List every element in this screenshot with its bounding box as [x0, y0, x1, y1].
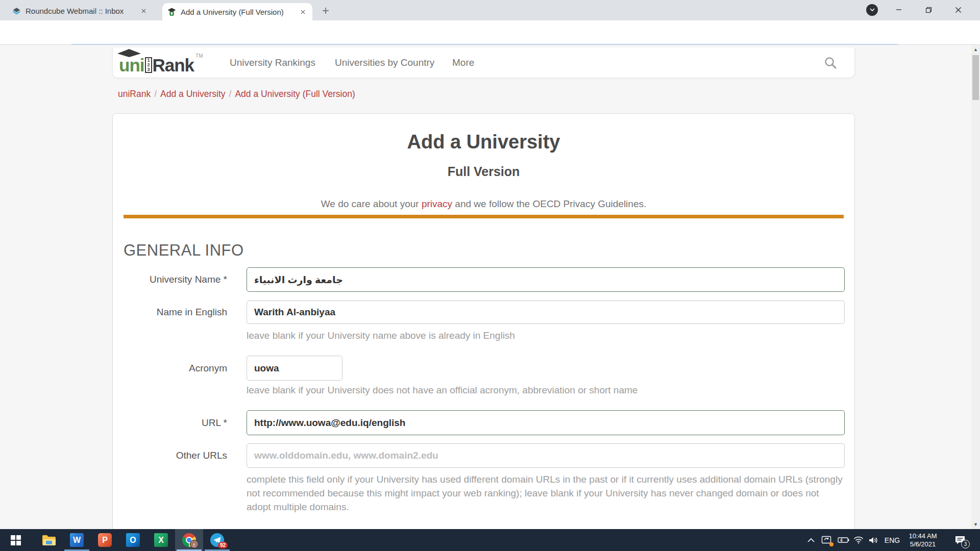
name-english-help: leave blank if your University name abov…	[247, 330, 515, 341]
start-button[interactable]	[2, 529, 30, 551]
tab-close-icon[interactable]	[298, 7, 307, 16]
university-name-input[interactable]	[247, 267, 845, 292]
nav-universities-by-country[interactable]: Universities by Country	[335, 47, 434, 78]
roundcube-favicon	[12, 7, 21, 15]
logo-tm: TM	[195, 53, 203, 59]
url-label: URL *	[113, 410, 227, 435]
tray-clock[interactable]: 10:44 AM 5/6/2021	[903, 529, 942, 551]
action-center-icon[interactable]: 3	[947, 529, 973, 551]
other-urls-help: complete this field only if your Univers…	[247, 472, 843, 514]
orange-divider	[124, 215, 844, 218]
tray-time: 10:44 AM	[909, 532, 937, 540]
screen: Roundcube Webmail :: Inbox Add a Univers…	[0, 0, 980, 551]
window-minimize-button[interactable]	[886, 0, 912, 19]
url-input[interactable]	[247, 410, 845, 435]
logo-uni-text: uni	[119, 51, 144, 76]
outlook-icon[interactable]: O	[119, 529, 147, 551]
scrollbar-thumb[interactable]	[972, 55, 979, 100]
site-search-icon[interactable]	[824, 56, 837, 69]
page-title: Add a University	[113, 131, 854, 153]
breadcrumb-separator: /	[154, 89, 157, 99]
logo-123-block: 123	[145, 57, 152, 73]
university-name-label: University Name *	[113, 267, 227, 292]
tray-show-hidden-icons[interactable]	[803, 529, 819, 551]
tray-wifi-icon[interactable]	[851, 529, 866, 551]
browser-toolbar: 4icu.org/about/add2.htm غ	[0, 20, 980, 45]
page-subtitle: Full Version	[113, 164, 854, 179]
acronym-help: leave blank if your University does not …	[247, 385, 638, 396]
breadcrumb-separator: /	[229, 89, 232, 99]
chrome-icon[interactable]: غ	[175, 529, 203, 551]
page-scrollbar[interactable]: ▲ ▼	[971, 45, 980, 529]
tab-title: Roundcube Webmail :: Inbox	[26, 7, 134, 15]
name-english-input[interactable]	[247, 300, 845, 324]
powerpoint-letter: P	[102, 536, 108, 545]
outlook-letter: O	[130, 536, 136, 545]
other-urls-label: Other URLs	[113, 443, 227, 468]
tab-search-button[interactable]	[866, 4, 878, 16]
page-viewport: uni 123 Rank TM University Rankings Univ…	[0, 45, 980, 529]
tray-language[interactable]: ENG	[882, 529, 902, 551]
tab-close-icon[interactable]	[139, 7, 148, 16]
notification-count-badge: 3	[961, 540, 970, 548]
form-card: Add a University Full Version We do care…	[112, 113, 855, 529]
excel-icon[interactable]: X	[147, 529, 175, 551]
telegram-icon[interactable]: 92	[203, 529, 231, 551]
tray-notification-dot	[829, 542, 834, 546]
unirank-logo[interactable]: uni 123 Rank TM	[119, 52, 203, 74]
acronym-input[interactable]	[247, 356, 342, 381]
scroll-up-arrow[interactable]: ▲	[971, 45, 980, 54]
scroll-down-arrow[interactable]: ▼	[971, 520, 980, 529]
browser-tab-strip: Roundcube Webmail :: Inbox Add a Univers…	[0, 0, 980, 20]
tab-add-university[interactable]: Add a University (Full Version)	[162, 3, 312, 20]
breadcrumb: uniRank/Add a University/Add a Universit…	[118, 89, 355, 99]
other-urls-input[interactable]	[247, 443, 845, 468]
graduation-cap-icon	[117, 49, 141, 57]
tray-battery-icon[interactable]	[836, 529, 851, 551]
breadcrumb-unirank[interactable]: uniRank	[118, 89, 151, 99]
breadcrumb-current-page: Add a University (Full Version)	[235, 89, 355, 99]
tab-roundcube[interactable]: Roundcube Webmail :: Inbox	[7, 4, 153, 18]
privacy-note: We do care about your privacy and we fol…	[113, 198, 854, 210]
tray-sync-display-icon[interactable]	[819, 529, 835, 551]
powerpoint-icon[interactable]: P	[91, 529, 119, 551]
tab-title: Add a University (Full Version)	[181, 8, 293, 16]
tray-date: 5/6/2021	[910, 540, 936, 548]
section-heading: GENERAL INFO	[124, 241, 244, 260]
window-close-button[interactable]	[945, 0, 971, 19]
word-icon[interactable]: W	[63, 529, 91, 551]
acronym-label: Acronym	[113, 356, 227, 381]
logo-rank-text: Rank	[153, 51, 194, 76]
new-tab-button[interactable]	[320, 5, 332, 17]
telegram-unread-badge: 92	[218, 542, 228, 548]
unirank-favicon	[167, 8, 176, 16]
word-letter: W	[73, 536, 81, 545]
breadcrumb-add-university[interactable]: Add a University	[160, 89, 225, 99]
window-restore-button[interactable]	[915, 0, 942, 19]
nav-more[interactable]: More	[452, 47, 474, 78]
privacy-link[interactable]: privacy	[422, 198, 452, 209]
nav-university-rankings[interactable]: University Rankings	[230, 47, 315, 78]
windows-taskbar: W P O X غ 92	[0, 529, 980, 551]
name-english-label: Name in English	[113, 300, 227, 324]
chrome-profile-badge: غ	[190, 540, 199, 548]
excel-letter: X	[158, 536, 164, 545]
site-navbar: uni 123 Rank TM University Rankings Univ…	[112, 47, 855, 78]
tray-volume-icon[interactable]	[866, 529, 881, 551]
file-explorer-icon[interactable]	[35, 529, 63, 551]
